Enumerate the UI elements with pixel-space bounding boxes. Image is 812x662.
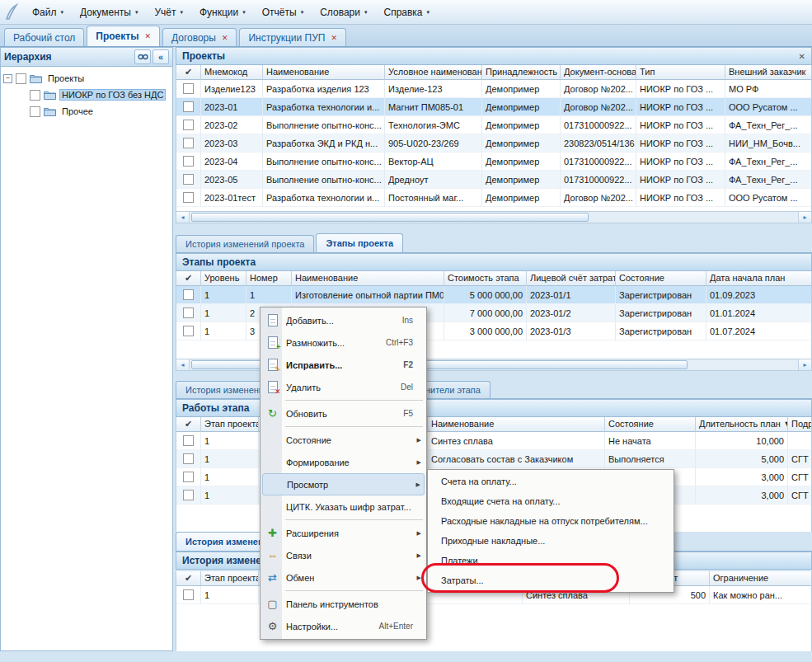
scroll-right-icon[interactable]: ▸ [798, 359, 811, 370]
tree-expander-icon[interactable]: − [3, 74, 12, 83]
context-menu-item[interactable]: Добавить...Ins [262, 309, 425, 331]
column-header[interactable]: Состояние [616, 271, 706, 286]
row-checkbox[interactable] [183, 138, 194, 148]
menubar-item[interactable]: Учёт▾ [147, 2, 190, 22]
table-row[interactable]: 11Изготовление опытной партии ПМ0...5 00… [176, 286, 811, 304]
context-menu-item[interactable]: Формирование▶ [262, 451, 425, 473]
menubar-item[interactable]: Файл▾ [25, 2, 71, 22]
main-tab[interactable]: Договоры✕ [162, 28, 237, 46]
context-menu-item[interactable]: ✎Исправить...F2 [262, 354, 425, 376]
submenu-item[interactable]: Затраты... [429, 570, 672, 590]
tree-item[interactable]: НИОКР по ГОЗ без НДС [1, 87, 172, 103]
row-select-cell[interactable] [176, 134, 201, 153]
column-header[interactable]: Стоимость этапа [444, 271, 527, 286]
context-menu-item[interactable]: ✚Расширения▶ [262, 522, 425, 544]
row-select-cell[interactable] [176, 450, 201, 468]
row-checkbox[interactable] [183, 174, 194, 185]
column-header[interactable]: Тип [636, 65, 725, 80]
column-header[interactable]: Лицевой счёт затрат [527, 271, 616, 286]
tree-checkbox[interactable] [30, 106, 40, 117]
section-tab[interactable]: История изменений проекта [176, 235, 314, 252]
row-checkbox[interactable] [183, 192, 194, 203]
table-row[interactable]: Изделие123Разработка изделия 123Изделие-… [176, 80, 811, 98]
column-header[interactable]: Документ-основание [561, 65, 636, 80]
column-header[interactable]: Дата начала план [706, 271, 812, 286]
row-checkbox[interactable] [183, 83, 194, 94]
column-header[interactable]: Длительность план ▼ [696, 417, 788, 432]
row-checkbox[interactable] [183, 326, 194, 336]
tab-close-icon[interactable]: ✕ [144, 32, 151, 40]
row-select-cell[interactable] [176, 116, 201, 134]
scroll-left-icon[interactable]: ◂ [176, 359, 190, 370]
submenu-item[interactable]: Приходные накладные... [429, 531, 672, 551]
tab-close-icon[interactable]: ✕ [331, 34, 337, 42]
row-checkbox[interactable] [183, 308, 194, 318]
row-checkbox[interactable] [183, 101, 194, 112]
row-select-cell[interactable] [176, 153, 201, 171]
row-select-cell[interactable] [176, 286, 201, 304]
submenu-item[interactable]: Платежи... [429, 551, 672, 570]
submenu-item[interactable]: Входящие счета на оплату... [429, 491, 672, 511]
row-checkbox[interactable] [183, 156, 194, 167]
column-header[interactable]: Подразделение [788, 417, 812, 432]
row-select-cell[interactable] [176, 189, 201, 207]
row-select-cell[interactable] [176, 486, 201, 505]
context-menu-item[interactable]: ЦИТК. Указать шифр затрат... [262, 495, 425, 518]
row-select-cell[interactable] [176, 80, 201, 98]
context-menu-item[interactable]: ⚙Настройки...Alt+Enter [262, 615, 425, 637]
column-header[interactable]: Этап проекта [201, 417, 259, 432]
menubar-item[interactable]: Словари▾ [312, 2, 374, 22]
column-header[interactable]: Ограничение [710, 571, 812, 586]
column-header[interactable]: Внешний заказчик [725, 65, 812, 80]
row-select-cell[interactable] [176, 468, 201, 486]
row-select-cell[interactable] [176, 432, 201, 450]
menubar-item[interactable]: Справка▾ [376, 2, 437, 22]
context-menu-item[interactable]: ↻ОбновитьF5 [262, 402, 425, 425]
main-tab[interactable]: Инструкции ПУП✕ [239, 28, 346, 46]
context-menu-item[interactable]: +Размножить...Ctrl+F3 [262, 331, 425, 354]
menubar-item[interactable]: Документы▾ [73, 2, 145, 22]
column-header[interactable]: Уровень [201, 271, 246, 286]
row-select-cell[interactable] [176, 304, 201, 322]
row-checkbox[interactable] [183, 490, 194, 500]
section-tab[interactable]: Этапы проекта [316, 233, 403, 252]
scroll-left-icon[interactable]: ◂ [176, 212, 190, 223]
tree-item[interactable]: Прочее [1, 103, 172, 120]
collapse-sidebar-icon[interactable]: « [153, 49, 169, 64]
table-row[interactable]: 2023-03Разработка ЭКД и РКД н...905-U020… [176, 134, 811, 153]
table-row[interactable]: 2023-04Выполнение опытно-конс...Вектор-А… [176, 153, 811, 171]
context-menu-item[interactable]: ⇄Обмен▶ [262, 566, 425, 589]
context-menu-item[interactable]: Состояние▶ [262, 429, 425, 451]
table-row[interactable]: 2023-02Выполнение опытно-конс...Технолог… [176, 116, 811, 134]
row-checkbox[interactable] [183, 289, 194, 300]
table-row[interactable]: 2023-01тестРазработка технологии и...Пос… [176, 189, 811, 207]
context-menu-item[interactable]: ✕УдалитьDel [262, 376, 425, 398]
context-menu-item[interactable]: ▢Панель инструментов [262, 593, 425, 615]
row-select-cell[interactable] [176, 171, 201, 189]
context-menu-item[interactable]: ⇔Связи▶ [262, 544, 425, 566]
row-checkbox[interactable] [183, 589, 194, 600]
menubar-item[interactable]: Функции▾ [192, 2, 253, 22]
context-menu-item[interactable]: Просмотр▶ [262, 473, 425, 495]
scroll-thumb[interactable] [191, 213, 589, 222]
select-all-header[interactable]: ✔ [176, 65, 201, 80]
submenu-item[interactable]: Счета на оплату... [429, 472, 672, 491]
column-header[interactable]: Номер [246, 271, 292, 286]
projects-hscrollbar[interactable]: ◂ ▸ [176, 211, 812, 223]
table-row[interactable]: 2023-01Разработка технологии и...Магнит … [176, 98, 811, 116]
main-tab[interactable]: Проекты✕ [87, 26, 160, 46]
select-all-header[interactable]: ✔ [176, 417, 201, 432]
column-header[interactable]: Наименование [428, 417, 605, 432]
row-select-cell[interactable] [176, 98, 201, 116]
row-checkbox[interactable] [183, 453, 194, 464]
column-header[interactable]: Состояние [605, 417, 696, 432]
column-header[interactable]: Условное наименование [385, 65, 482, 80]
select-all-header[interactable]: ✔ [176, 271, 201, 286]
column-header[interactable]: Этап проекта [201, 571, 259, 586]
select-all-header[interactable]: ✔ [176, 571, 201, 586]
row-select-cell[interactable] [176, 586, 201, 604]
tree-checkbox[interactable] [30, 90, 40, 101]
scroll-right-icon[interactable]: ▸ [798, 212, 811, 223]
menubar-item[interactable]: Отчёты▾ [255, 2, 311, 22]
tree-checkbox[interactable] [16, 73, 26, 84]
